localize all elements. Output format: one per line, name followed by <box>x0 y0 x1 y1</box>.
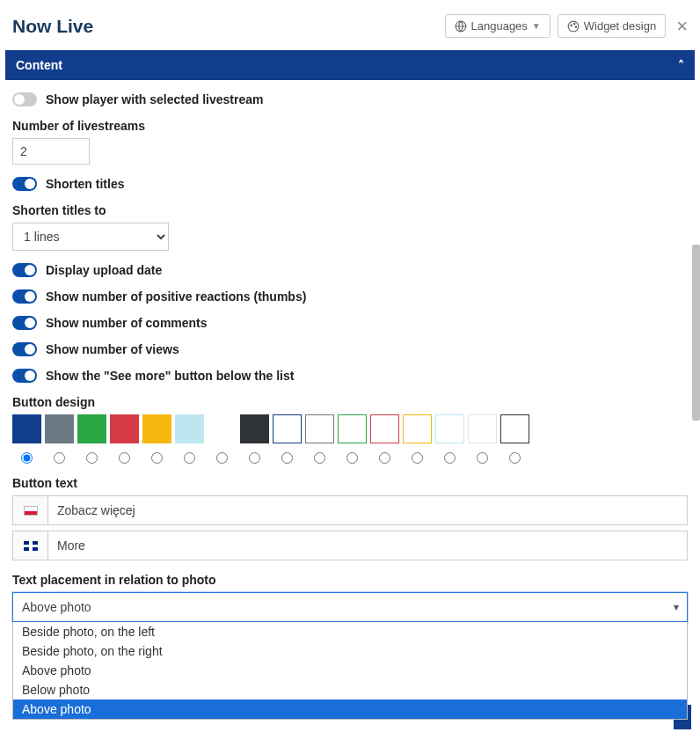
languages-label: Languages <box>471 19 528 33</box>
text-placement-option[interactable]: Above photo <box>13 699 687 719</box>
button-design-radio[interactable] <box>184 452 195 464</box>
button-design-swatch[interactable] <box>468 414 497 443</box>
flag-gb-icon <box>13 531 48 560</box>
show-see-more-toggle[interactable] <box>12 369 37 383</box>
button-design-radio[interactable] <box>509 452 521 464</box>
button-design-radio[interactable] <box>249 452 260 464</box>
palette-icon <box>567 20 580 33</box>
button-design-swatch[interactable] <box>12 414 41 443</box>
text-placement-option[interactable]: Beside photo, on the right <box>13 641 687 661</box>
svg-point-4 <box>575 26 577 27</box>
number-of-livestreams-label: Number of livestreams <box>12 119 688 133</box>
button-design-radio[interactable] <box>444 452 456 464</box>
button-design-swatch[interactable] <box>45 414 74 443</box>
button-text-input[interactable] <box>48 531 687 560</box>
button-text-row <box>12 495 688 525</box>
show-comments-toggle[interactable] <box>12 316 37 330</box>
shorten-titles-toggle[interactable] <box>12 177 37 191</box>
display-upload-date-toggle[interactable] <box>12 263 37 277</box>
svg-point-2 <box>571 25 572 26</box>
display-upload-date-label: Display upload date <box>46 263 162 277</box>
text-placement-select[interactable]: Above photo <box>12 592 688 622</box>
button-design-radio[interactable] <box>477 452 488 464</box>
button-text-row <box>12 531 688 560</box>
button-text-label: Button text <box>12 476 688 490</box>
button-design-swatch[interactable] <box>240 414 269 443</box>
button-design-swatch[interactable] <box>77 414 106 443</box>
page-title: Now Live <box>12 16 438 37</box>
button-design-radio[interactable] <box>379 452 390 464</box>
button-design-swatch[interactable] <box>142 414 171 443</box>
close-icon: × <box>676 15 688 37</box>
shorten-titles-to-label: Shorten titles to <box>12 203 688 217</box>
text-placement-option[interactable]: Beside photo, on the left <box>13 622 687 641</box>
content-section-header[interactable]: Content ˄ <box>5 50 695 80</box>
button-design-swatch[interactable] <box>403 414 432 443</box>
text-placement-label: Text placement in relation to photo <box>12 573 688 587</box>
button-design-swatch[interactable] <box>500 414 529 443</box>
button-design-radio[interactable] <box>86 452 98 464</box>
button-design-swatch[interactable] <box>305 414 334 443</box>
button-design-radio[interactable] <box>21 452 33 464</box>
shorten-titles-to-select[interactable]: 1 lines <box>12 223 169 251</box>
show-see-more-label: Show the "See more" button below the lis… <box>46 369 294 383</box>
text-placement-option[interactable]: Below photo <box>13 680 687 699</box>
widget-design-button[interactable]: Widget design <box>558 14 666 38</box>
button-design-swatch[interactable] <box>208 414 237 443</box>
button-design-swatch[interactable] <box>370 414 399 443</box>
button-design-radio[interactable] <box>314 452 325 464</box>
show-views-toggle[interactable] <box>12 342 37 356</box>
globe-icon <box>455 20 467 33</box>
scrollbar[interactable] <box>692 245 700 421</box>
svg-point-3 <box>573 23 575 25</box>
show-player-toggle[interactable] <box>12 92 37 106</box>
chevron-up-icon: ˄ <box>678 58 684 72</box>
button-design-radio[interactable] <box>216 452 228 464</box>
section-title: Content <box>16 58 62 72</box>
button-design-swatch[interactable] <box>435 414 464 443</box>
button-design-radio[interactable] <box>151 452 163 464</box>
text-placement-option[interactable]: Above photo <box>13 661 687 680</box>
languages-button[interactable]: Languages ▼ <box>445 14 551 38</box>
show-player-label: Show player with selected livestream <box>46 92 263 106</box>
close-button[interactable]: × <box>676 17 688 36</box>
button-design-radio[interactable] <box>346 452 358 464</box>
flag-pl-icon <box>13 496 48 524</box>
button-design-swatch[interactable] <box>273 414 302 443</box>
show-comments-label: Show number of comments <box>46 316 208 330</box>
button-text-input[interactable] <box>48 496 687 524</box>
button-design-swatch[interactable] <box>338 414 367 443</box>
chevron-down-icon: ▼ <box>532 21 541 31</box>
button-design-swatch[interactable] <box>175 414 204 443</box>
button-design-label: Button design <box>12 395 688 409</box>
show-views-label: Show number of views <box>46 342 179 356</box>
shorten-titles-label: Shorten titles <box>46 177 124 191</box>
button-design-swatch[interactable] <box>110 414 139 443</box>
button-design-radio[interactable] <box>119 452 130 464</box>
show-reactions-toggle[interactable] <box>12 289 37 304</box>
show-reactions-label: Show number of positive reactions (thumb… <box>46 289 306 304</box>
widget-design-label: Widget design <box>584 19 656 33</box>
button-design-radio[interactable] <box>54 452 65 464</box>
button-design-radio[interactable] <box>281 452 293 464</box>
button-design-radio[interactable] <box>412 452 423 464</box>
text-placement-dropdown[interactable]: Beside photo, on the leftBeside photo, o… <box>12 622 688 720</box>
number-of-livestreams-input[interactable] <box>12 138 90 165</box>
